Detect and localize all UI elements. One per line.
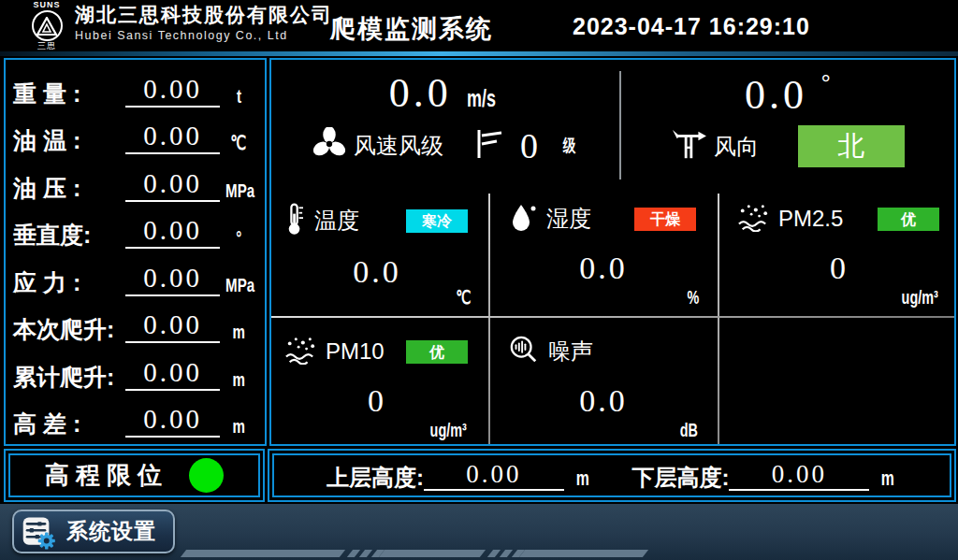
sensor-value: 0.0 — [271, 254, 483, 290]
metric-label: 垂直度: — [13, 221, 125, 249]
elevation-limit-indicator — [189, 458, 224, 493]
noise-magnifier-icon — [509, 335, 539, 368]
sensor-cell-empty — [724, 322, 954, 443]
sensor-value: 0.0 — [496, 383, 711, 419]
layer-heights-panel: 上层高度: 0.00 m 下层高度: 0.00 m — [268, 449, 956, 502]
wind-speed-unit: m/s — [461, 85, 501, 111]
thermometer-icon — [284, 202, 305, 239]
metric-unit: ° — [220, 226, 257, 249]
lower-height-unit: m — [878, 467, 897, 491]
fan-icon — [312, 127, 346, 165]
metric-value: 0.00 — [125, 216, 220, 249]
metric-unit: t — [220, 85, 257, 108]
metric-value: 0.00 — [125, 310, 220, 343]
sensor-cell-noise: 噪声 0.0 dB — [496, 322, 711, 443]
metric-row-weight: 重 量 : 0.00 t — [13, 65, 257, 108]
wind-direction-label: 风向 — [714, 132, 759, 162]
sensor-name: PM10 — [326, 338, 385, 365]
metric-row-oil-pressure: 油 压 : 0.00 MPa — [13, 159, 257, 202]
sensor-name: 噪声 — [548, 337, 593, 366]
system-settings-button[interactable]: 系统设置 — [12, 510, 175, 553]
metric-unit: m — [220, 415, 257, 438]
lower-height-group: 下层高度: 0.00 m — [631, 461, 897, 491]
metric-row-stress: 应 力 : 0.00 MPa — [13, 253, 257, 296]
metric-value: 0.00 — [125, 264, 220, 296]
metric-unit: ℃ — [220, 132, 257, 154]
sliders-gear-icon — [22, 514, 57, 550]
metric-value: 0.00 — [125, 75, 220, 108]
sensor-unit: ug/m³ — [894, 287, 945, 309]
metric-row-oil-temp: 油 温 : 0.00 ℃ — [13, 111, 257, 154]
sensor-name: PM2.5 — [778, 206, 843, 232]
grid-divider-vertical — [718, 194, 719, 444]
wind-speed-label: 风速风级 — [354, 131, 443, 161]
sensor-value: 0 — [724, 251, 954, 286]
page-title: 爬模监测系统 — [330, 12, 493, 46]
metric-label: 累计爬升: — [13, 363, 125, 391]
wind-level-unit: 级 — [560, 134, 578, 158]
metric-unit: m — [220, 321, 257, 343]
metric-label: 油 压 : — [13, 174, 125, 202]
taskbar: 系统设置 — [0, 504, 958, 560]
wind-direction-section: 0.0 ° 风向 北 — [621, 60, 954, 189]
sensor-cell-pm10: PM10 优 0 ug/m³ — [271, 322, 483, 443]
wind-direction-value: 0.0 — [745, 72, 807, 118]
screen: SUNS 三思 湖北三思科技股份有限公司 Hubei Sansi Technol… — [0, 0, 958, 560]
sensor-unit: dB — [676, 420, 702, 441]
sensor-value: 0 — [271, 383, 483, 419]
elevation-limit-panel: 高程限位 — [4, 449, 265, 502]
wind-level-value: 0 — [520, 125, 538, 166]
sensor-cell-pm25: PM2.5 优 0 ug/m³ — [724, 189, 954, 310]
company-name: 湖北三思科技股份有限公司 Hubei Sansi Technology Co.,… — [75, 3, 333, 44]
environment-panel: 0.0 m/s 风速风级 — [269, 58, 956, 446]
dust-particles-icon — [284, 335, 316, 368]
wind-section: 0.0 m/s 风速风级 — [271, 60, 954, 189]
metric-value: 0.00 — [125, 358, 220, 391]
sensor-cell-humidity: 湿度 干燥 0.0 % — [496, 189, 711, 310]
wind-direction-badge: 北 — [798, 125, 905, 167]
metric-row-total-climb: 累计爬升: 0.00 m — [13, 348, 257, 391]
pm25-status-badge: 优 — [878, 208, 939, 231]
metric-unit: m — [220, 368, 257, 391]
grid-divider-vertical — [488, 194, 490, 444]
metric-label: 应 力 : — [13, 268, 125, 296]
temperature-status-badge: 寒冷 — [406, 209, 468, 233]
company-name-cn: 湖北三思科技股份有限公司 — [75, 3, 333, 27]
metric-value: 0.00 — [125, 169, 220, 202]
header: SUNS 三思 湖北三思科技股份有限公司 Hubei Sansi Technol… — [0, 0, 958, 52]
company-name-en: Hubei Sansi Technology Co., Ltd — [75, 27, 333, 44]
metric-unit: MPa — [220, 179, 257, 202]
lower-height-label: 下层高度: — [631, 465, 729, 491]
sensor-value: 0.0 — [496, 251, 711, 286]
metric-label: 重 量 : — [13, 79, 125, 108]
logo-text-top: SUNS — [22, 1, 71, 9]
sansi-triangle-icon — [32, 10, 63, 41]
humidity-status-badge: 干燥 — [634, 208, 696, 231]
elevation-limit-label: 高程限位 — [45, 459, 168, 492]
sensor-name: 温度 — [314, 206, 359, 236]
metric-row-verticality: 垂直度: 0.00 ° — [13, 206, 257, 249]
wind-vane-icon — [671, 128, 706, 165]
metric-row-height-diff: 高 差 : 0.00 m — [13, 395, 257, 438]
pm10-status-badge: 优 — [406, 340, 468, 364]
header-divider — [0, 51, 958, 56]
sensor-grid: 温度 寒冷 0.0 ℃ 湿度 干燥 0.0 — [271, 189, 954, 444]
datetime-display: 2023-04-17 16:29:10 — [573, 13, 810, 40]
settings-button-label: 系统设置 — [66, 517, 156, 546]
water-drop-icon — [509, 202, 537, 236]
upper-height-group: 上层高度: 0.00 m — [327, 461, 592, 491]
upper-height-value: 0.00 — [424, 461, 564, 491]
company-logo: SUNS 三思 — [22, 1, 71, 51]
wind-speed-section: 0.0 m/s 风速风级 — [271, 60, 619, 189]
upper-height-unit: m — [573, 467, 592, 491]
logo-text-bottom: 三思 — [22, 41, 71, 50]
sensor-unit: % — [685, 287, 702, 309]
sensor-unit: ℃ — [453, 286, 473, 309]
beaufort-flag-icon — [475, 128, 503, 164]
metric-value: 0.00 — [125, 122, 220, 154]
metric-label: 高 差 : — [13, 409, 125, 438]
metric-value: 0.00 — [125, 405, 220, 438]
dust-particles-icon — [737, 202, 769, 236]
metric-label: 油 温 : — [13, 126, 125, 154]
metric-unit: MPa — [220, 274, 257, 296]
